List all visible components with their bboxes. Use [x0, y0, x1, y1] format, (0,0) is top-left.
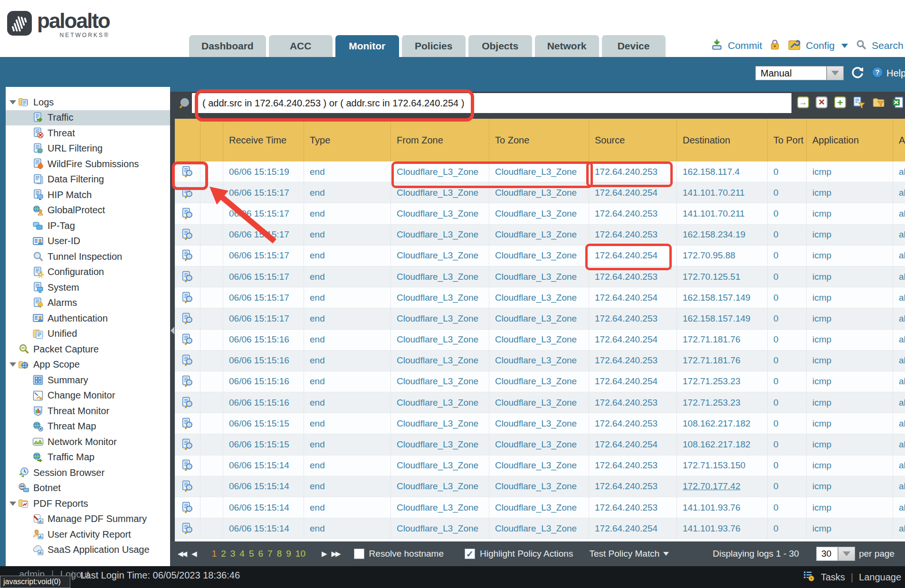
highlight-policy-actions-checkbox[interactable]: ✓	[465, 549, 475, 559]
cell-action[interactable]: allow	[893, 497, 905, 518]
cell-receive-time[interactable]: 06/06 15:15:17	[223, 203, 304, 224]
cell-to-port[interactable]: 0	[768, 246, 807, 266]
per-page-select[interactable]: 30	[816, 547, 855, 561]
log-table-row[interactable]: 06/06 15:15:14endCloudflare_L3_ZoneCloud…	[175, 455, 905, 476]
log-table-row[interactable]: 06/06 15:15:17endCloudflare_L3_ZoneCloud…	[175, 246, 905, 266]
log-filter-input[interactable]	[192, 93, 791, 113]
sidebar-item-threat-monitor[interactable]: Threat Monitor	[6, 403, 170, 419]
log-detail-icon[interactable]	[181, 375, 194, 388]
log-detail-icon[interactable]	[181, 417, 194, 430]
cell-destination[interactable]: 162.158.157.149	[677, 287, 768, 308]
cell-action[interactable]: allow	[893, 225, 905, 246]
sidebar-item-url-filtering[interactable]: URL Filtering	[6, 141, 170, 157]
cell-to-port[interactable]: 0	[768, 371, 807, 392]
log-detail-icon[interactable]	[181, 249, 194, 262]
cell-source[interactable]: 172.64.240.254	[589, 434, 677, 455]
cell-type[interactable]: end	[304, 351, 391, 371]
cell-source[interactable]: 172.64.240.253	[589, 413, 677, 434]
cell-from-zone[interactable]: Cloudflare_L3_Zone	[391, 246, 489, 266]
sidebar-item-threat-map[interactable]: Threat Map	[6, 419, 170, 435]
expander-icon[interactable]	[10, 502, 16, 506]
sidebar-item-session-browser[interactable]: Session Browser	[6, 465, 170, 481]
cell-destination[interactable]: 172.70.125.51	[677, 266, 768, 287]
sidebar-item-traffic[interactable]: Traffic	[6, 110, 170, 126]
cell-to-port[interactable]: 0	[768, 497, 807, 518]
sidebar-item-user-id[interactable]: User-ID	[6, 234, 170, 249]
tab-acc[interactable]: ACC	[269, 35, 333, 57]
cell-from-zone[interactable]: Cloudflare_L3_Zone	[391, 518, 489, 539]
cell-source[interactable]: 172.64.240.253	[589, 351, 677, 371]
page-number-4[interactable]: 4	[239, 549, 245, 559]
log-detail-icon[interactable]	[181, 271, 194, 283]
cell-source[interactable]: 172.64.240.254	[589, 518, 677, 539]
cell-source[interactable]: 172.64.240.254	[589, 182, 677, 203]
column-header-action[interactable]: Action	[893, 119, 905, 161]
sidebar-item-authentication[interactable]: Authentication	[6, 311, 170, 326]
tab-policies[interactable]: Policies	[402, 35, 466, 57]
sidebar-item-botnet[interactable]: Botnet	[6, 481, 170, 496]
cell-receive-time[interactable]: 06/06 15:15:17	[223, 287, 304, 308]
test-policy-caret-icon[interactable]	[663, 552, 669, 556]
cell-destination[interactable]: 141.101.70.211	[677, 203, 768, 224]
cell-type[interactable]: end	[304, 476, 391, 497]
cell-application[interactable]: icmp	[807, 413, 893, 434]
cell-receive-time[interactable]: 06/06 15:15:16	[223, 330, 304, 351]
cell-from-zone[interactable]: Cloudflare_L3_Zone	[391, 182, 489, 203]
cell-to-port[interactable]: 0	[768, 413, 807, 434]
export-csv-icon[interactable]	[892, 96, 905, 109]
resolve-hostname-checkbox[interactable]	[354, 549, 364, 559]
cell-destination[interactable]: 108.162.217.182	[677, 434, 768, 455]
sidebar-item-configuration[interactable]: Configuration	[6, 265, 170, 280]
sidebar-item-ip-tag[interactable]: IP-Tag	[6, 218, 170, 234]
add-filter-button[interactable]: +	[834, 96, 846, 108]
cell-application[interactable]: icmp	[807, 266, 893, 287]
cell-type[interactable]: end	[304, 161, 391, 182]
help-icon[interactable]: ?	[871, 66, 884, 81]
sidebar-item-saas-application-usage[interactable]: SaaS Application Usage	[6, 542, 170, 558]
cell-action[interactable]: allow	[893, 161, 905, 182]
page-number-8[interactable]: 8	[277, 549, 282, 559]
clear-filter-button[interactable]: ✕	[816, 96, 828, 108]
tab-objects[interactable]: Objects	[468, 35, 532, 57]
cell-destination[interactable]: 172.71.181.76	[677, 330, 768, 351]
cell-type[interactable]: end	[304, 392, 391, 413]
log-detail-icon[interactable]	[181, 459, 194, 472]
cell-receive-time[interactable]: 06/06 15:15:14	[223, 497, 304, 518]
cell-to-zone[interactable]: Cloudflare_L3_Zone	[489, 371, 589, 392]
log-table-row[interactable]: 06/06 15:15:17endCloudflare_L3_ZoneCloud…	[175, 182, 905, 203]
cell-action[interactable]: allow	[893, 518, 905, 539]
cell-to-port[interactable]: 0	[768, 225, 807, 246]
sidebar-item-globalprotect[interactable]: GlobalProtect	[6, 203, 170, 218]
cell-destination[interactable]: 108.162.217.182	[677, 413, 768, 434]
cell-from-zone[interactable]: Cloudflare_L3_Zone	[391, 413, 489, 434]
tab-device[interactable]: Device	[602, 35, 666, 57]
page-number-3[interactable]: 3	[230, 549, 236, 559]
cell-to-zone[interactable]: Cloudflare_L3_Zone	[489, 413, 589, 434]
log-detail-icon[interactable]	[181, 502, 194, 514]
page-number-2[interactable]: 2	[221, 549, 226, 559]
log-table-row[interactable]: 06/06 15:15:19endCloudflare_L3_ZoneCloud…	[175, 161, 905, 182]
tab-monitor[interactable]: Monitor	[335, 35, 399, 57]
cell-action[interactable]: allow	[893, 308, 905, 329]
cell-action[interactable]: allow	[893, 182, 905, 203]
sidebar-item-alarms[interactable]: Alarms	[6, 295, 170, 311]
cell-receive-time[interactable]: 06/06 15:15:14	[223, 518, 304, 539]
page-number-5[interactable]: 5	[249, 549, 254, 559]
cell-to-zone[interactable]: Cloudflare_L3_Zone	[489, 330, 589, 351]
config-caret-icon[interactable]	[841, 44, 848, 48]
cell-receive-time[interactable]: 06/06 15:15:17	[223, 308, 304, 329]
cell-source[interactable]: 172.64.240.254	[589, 330, 677, 351]
cell-type[interactable]: end	[304, 246, 391, 266]
sidebar-item-wildfire-submissions[interactable]: WildFire Submissions	[6, 156, 170, 172]
cell-to-zone[interactable]: Cloudflare_L3_Zone	[489, 455, 589, 476]
cell-from-zone[interactable]: Cloudflare_L3_Zone	[391, 203, 489, 224]
cell-action[interactable]: allow	[893, 413, 905, 434]
log-detail-icon[interactable]	[181, 354, 194, 367]
expander-icon[interactable]	[10, 100, 16, 104]
cell-to-port[interactable]: 0	[768, 476, 807, 497]
cell-application[interactable]: icmp	[807, 246, 893, 266]
cell-receive-time[interactable]: 06/06 15:15:15	[223, 434, 304, 455]
cell-from-zone[interactable]: Cloudflare_L3_Zone	[391, 287, 489, 308]
cell-type[interactable]: end	[304, 413, 391, 434]
cell-action[interactable]: allow	[893, 351, 905, 371]
